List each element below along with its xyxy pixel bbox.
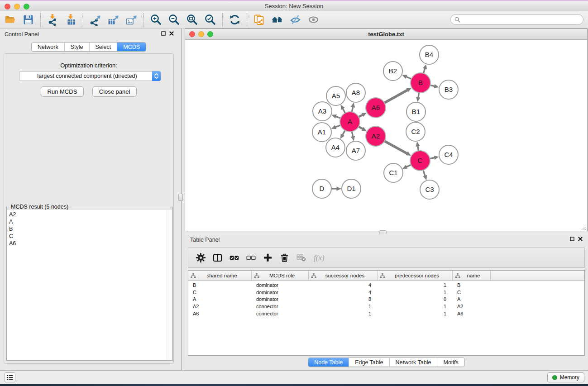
task-history-button[interactable] (5, 372, 15, 382)
network-document-icon[interactable] (253, 14, 265, 26)
graph-node-C3[interactable]: C3 (420, 180, 439, 199)
column-header-successor-nodes[interactable]: successor nodes (309, 271, 378, 280)
table-cell[interactable]: 1 (378, 303, 453, 310)
table-row[interactable]: Cdominator41C (188, 289, 584, 296)
graph-node-C2[interactable]: C2 (406, 122, 425, 141)
table-cell[interactable]: A (453, 296, 491, 303)
network-minimize-button[interactable] (198, 31, 204, 37)
close-panel-icon[interactable] (169, 31, 174, 36)
graph-node-C[interactable]: C (410, 151, 430, 171)
graph-edge-A2-C[interactable] (384, 141, 407, 153)
network-window-titlebar[interactable]: testGlobe.txt (185, 29, 587, 40)
export-table-icon[interactable] (107, 14, 120, 26)
table-cell[interactable]: dominator (252, 282, 309, 289)
table-cell[interactable]: C (188, 289, 252, 296)
save-session-icon[interactable] (22, 14, 34, 26)
export-network-icon[interactable] (89, 14, 101, 26)
graph-node-B2[interactable]: B2 (383, 62, 402, 81)
graph-node-B3[interactable]: B3 (439, 80, 458, 99)
graph-node-A7[interactable]: A7 (346, 141, 365, 160)
add-column-icon[interactable] (263, 253, 273, 263)
show-graphics-details-icon[interactable] (307, 14, 320, 26)
table-cell[interactable]: C (453, 289, 491, 296)
graph-node-A[interactable]: A (340, 112, 360, 132)
graph-node-A3[interactable]: A3 (313, 102, 332, 121)
table-row[interactable]: A6connector11A6 (188, 310, 584, 318)
graph-node-B[interactable]: B (411, 73, 430, 93)
table-cell[interactable]: 4 (309, 282, 378, 289)
search-input[interactable] (460, 16, 583, 23)
mcds-result-list[interactable]: A2ABCA6 (7, 210, 167, 360)
refresh-layout-icon[interactable] (229, 14, 241, 26)
column-header-MCDS-role[interactable]: MCDS role (252, 271, 309, 280)
table-tab-node-table[interactable]: Node Table (308, 358, 349, 367)
network-zoom-button[interactable] (207, 31, 213, 37)
vertical-splitter-grip[interactable] (178, 194, 183, 201)
optimization-criterion-dropdown[interactable]: largest connected component (directed) (19, 71, 161, 81)
table-cell[interactable]: 8 (309, 296, 378, 303)
open-folder-icon[interactable] (4, 14, 16, 26)
graph-node-A1[interactable]: A1 (312, 123, 331, 142)
graph-node-D[interactable]: D (312, 179, 331, 198)
graph-edge-A6-B[interactable] (384, 90, 408, 103)
table-cell[interactable]: 1 (309, 303, 378, 310)
table-cell[interactable]: B (453, 282, 491, 289)
float-panel-icon[interactable] (161, 31, 166, 36)
mcds-result-item[interactable]: A2 (9, 211, 167, 218)
table-cell[interactable]: B (188, 282, 252, 289)
table-cell[interactable]: 1 (378, 282, 453, 289)
result-scrollbar[interactable] (167, 210, 172, 360)
deselect-all-icon[interactable] (246, 253, 256, 263)
tab-select[interactable]: Select (89, 43, 117, 51)
column-header-predecessor-nodes[interactable]: predecessor nodes (378, 271, 453, 280)
network-close-button[interactable] (189, 31, 195, 37)
graph-node-A8[interactable]: A8 (346, 83, 365, 102)
tab-style[interactable]: Style (64, 43, 89, 51)
import-network-icon[interactable] (47, 14, 59, 26)
graph-node-A5[interactable]: A5 (326, 86, 345, 105)
table-tab-motifs[interactable]: Motifs (437, 358, 464, 367)
graph-node-B4[interactable]: B4 (420, 45, 439, 64)
table-cell[interactable]: 1 (309, 310, 378, 318)
table-cell[interactable]: 1 (378, 310, 453, 318)
table-cell[interactable]: A2 (188, 303, 252, 310)
network-canvas[interactable]: B4 B2 B B3 A8 A5 A6 A3 B1 A C2 A1 A2 (185, 40, 587, 231)
select-all-icon[interactable] (229, 253, 239, 263)
function-fx-icon[interactable]: f(x) (313, 253, 325, 263)
table-row[interactable]: Adominator80A (188, 296, 584, 303)
column-header-name[interactable]: name (453, 271, 491, 280)
resize-grip-icon[interactable] (580, 224, 587, 230)
graph-node-A4[interactable]: A4 (326, 138, 345, 157)
table-cell[interactable]: 0 (378, 296, 453, 303)
table-row[interactable]: A2connector11A2 (188, 303, 584, 310)
settings-gear-icon[interactable] (196, 253, 206, 263)
split-columns-icon[interactable] (212, 253, 223, 263)
table-cell[interactable]: A6 (188, 310, 252, 318)
float-table-panel-icon[interactable] (570, 237, 574, 241)
graph-node-A6[interactable]: A6 (366, 98, 386, 118)
delete-column-icon[interactable] (279, 253, 290, 263)
hide-graphics-details-icon[interactable] (289, 14, 301, 26)
table-row[interactable]: Bdominator41B (188, 282, 584, 289)
table-cell[interactable]: connector (252, 303, 309, 310)
table-cell[interactable]: 1 (378, 289, 453, 296)
graph-node-B1[interactable]: B1 (406, 102, 425, 121)
table-cell[interactable]: A2 (453, 303, 491, 310)
table-tab-network-table[interactable]: Network Table (389, 358, 437, 367)
zoom-selected-icon[interactable] (204, 14, 216, 26)
table-cell[interactable]: A (188, 296, 252, 303)
delete-table-icon[interactable] (296, 253, 306, 263)
zoom-fit-icon[interactable] (186, 14, 198, 26)
mcds-result-item[interactable]: B (9, 225, 167, 233)
tab-mcds[interactable]: MCDS (117, 43, 146, 51)
table-cell[interactable]: 4 (309, 289, 378, 296)
table-tab-edge-table[interactable]: Edge Table (349, 358, 389, 367)
memory-button[interactable]: Memory (547, 372, 584, 382)
mcds-result-item[interactable]: C (9, 233, 167, 240)
graph-node-A2[interactable]: A2 (366, 126, 386, 146)
import-table-icon[interactable] (65, 14, 77, 26)
column-header-shared-name[interactable]: shared name (188, 271, 252, 280)
table-cell[interactable]: A6 (453, 310, 491, 318)
table-cell[interactable]: dominator (252, 289, 309, 296)
table-cell[interactable]: dominator (252, 296, 309, 303)
